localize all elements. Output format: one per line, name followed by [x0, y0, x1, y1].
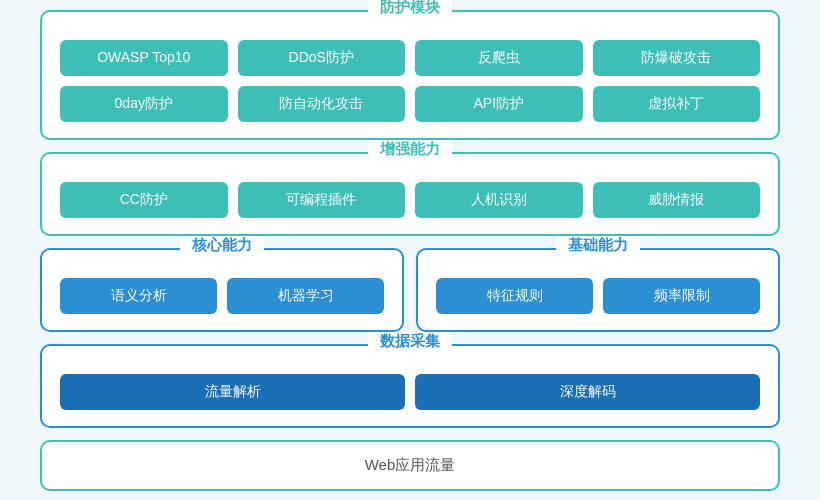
human-recognition-btn[interactable]: 人机识别 — [415, 182, 583, 218]
machine-learning-btn[interactable]: 机器学习 — [227, 278, 384, 314]
anti-brute-btn[interactable]: 防爆破攻击 — [593, 40, 761, 76]
architecture-diagram: 防护模块 OWASP Top10 DDoS防护 反爬虫 防爆破攻击 0day防护… — [40, 10, 780, 491]
basic-row-1: 特征规则 频率限制 — [436, 278, 760, 314]
owasp-btn[interactable]: OWASP Top10 — [60, 40, 228, 76]
enhanced-capability-title: 增强能力 — [368, 140, 452, 159]
feature-rules-btn[interactable]: 特征规则 — [436, 278, 593, 314]
cc-protection-btn[interactable]: CC防护 — [60, 182, 228, 218]
deep-decode-btn[interactable]: 深度解码 — [415, 374, 760, 410]
api-protection-btn[interactable]: API防护 — [415, 86, 583, 122]
rate-limit-btn[interactable]: 频率限制 — [603, 278, 760, 314]
protection-row-1: OWASP Top10 DDoS防护 反爬虫 防爆破攻击 — [60, 40, 760, 76]
zero-day-btn[interactable]: 0day防护 — [60, 86, 228, 122]
programmable-plugin-btn[interactable]: 可编程插件 — [238, 182, 406, 218]
ddos-btn[interactable]: DDoS防护 — [238, 40, 406, 76]
basic-capability-title: 基础能力 — [556, 236, 640, 255]
protection-row-2: 0day防护 防自动化攻击 API防护 虚拟补丁 — [60, 86, 760, 122]
protection-module-section: 防护模块 OWASP Top10 DDoS防护 反爬虫 防爆破攻击 0day防护… — [40, 10, 780, 140]
anti-crawl-btn[interactable]: 反爬虫 — [415, 40, 583, 76]
semantic-analysis-btn[interactable]: 语义分析 — [60, 278, 217, 314]
anti-auto-btn[interactable]: 防自动化攻击 — [238, 86, 406, 122]
middle-sections: 核心能力 语义分析 机器学习 基础能力 特征规则 频率限制 — [40, 248, 780, 332]
enhanced-capability-section: 增强能力 CC防护 可编程插件 人机识别 威胁情报 — [40, 152, 780, 236]
enhanced-row-1: CC防护 可编程插件 人机识别 威胁情报 — [60, 182, 760, 218]
data-collection-section: 数据采集 流量解析 深度解码 — [40, 344, 780, 428]
core-capability-section: 核心能力 语义分析 机器学习 — [40, 248, 404, 332]
core-capability-title: 核心能力 — [180, 236, 264, 255]
threat-intelligence-btn[interactable]: 威胁情报 — [593, 182, 761, 218]
web-traffic-label: Web应用流量 — [365, 456, 456, 473]
basic-capability-section: 基础能力 特征规则 频率限制 — [416, 248, 780, 332]
virtual-patch-btn[interactable]: 虚拟补丁 — [593, 86, 761, 122]
data-collection-row-1: 流量解析 深度解码 — [60, 374, 760, 410]
web-traffic-box: Web应用流量 — [40, 440, 780, 491]
traffic-analysis-btn[interactable]: 流量解析 — [60, 374, 405, 410]
core-row-1: 语义分析 机器学习 — [60, 278, 384, 314]
data-collection-title: 数据采集 — [368, 332, 452, 351]
protection-module-title: 防护模块 — [368, 0, 452, 17]
